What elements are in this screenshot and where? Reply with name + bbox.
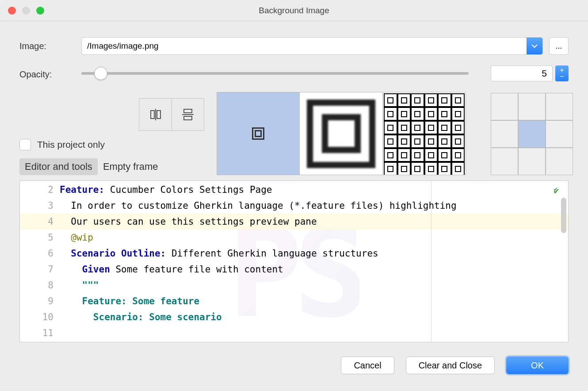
image-input-group: ... bbox=[81, 37, 569, 55]
clear-and-close-button[interactable]: Clear and Close bbox=[406, 356, 495, 374]
gutter: 234567891011 bbox=[20, 181, 58, 342]
image-label: Image: bbox=[19, 41, 81, 51]
image-path-input[interactable] bbox=[82, 38, 527, 54]
flip-vertical-button[interactable] bbox=[172, 98, 204, 131]
anchor-cell-5[interactable] bbox=[546, 120, 573, 148]
flip-horizontal-icon bbox=[149, 108, 162, 121]
window-controls bbox=[8, 7, 44, 15]
preview-editor: PS 234567891011 Feature: Cucumber Colors… bbox=[19, 180, 569, 342]
anchor-cell-3[interactable] bbox=[491, 120, 518, 148]
opacity-label: Opacity: bbox=[19, 68, 81, 80]
slider-thumb[interactable] bbox=[94, 67, 107, 80]
code-body: Feature: Cucumber Colors Settings Page I… bbox=[60, 181, 550, 325]
project-only-row: This project only bbox=[19, 139, 204, 150]
image-row: Image: ... bbox=[19, 37, 569, 55]
svg-rect-1 bbox=[157, 111, 160, 119]
area-tabs: Editor and tools Empty frame bbox=[19, 158, 204, 175]
opacity-value-input[interactable] bbox=[491, 65, 553, 81]
dialog-content: Image: ... Opacity: bbox=[0, 21, 588, 344]
tab-editor-and-tools[interactable]: Editor and tools bbox=[19, 158, 98, 175]
svg-rect-4 bbox=[184, 116, 192, 120]
image-dropdown-button[interactable] bbox=[527, 38, 542, 54]
anchor-cell-6[interactable] bbox=[491, 148, 518, 175]
scale-preview-icon bbox=[307, 100, 375, 168]
svg-rect-3 bbox=[184, 109, 192, 113]
maximize-window-button[interactable] bbox=[36, 7, 44, 15]
anchor-cell-7[interactable] bbox=[518, 148, 546, 175]
inspection-ok-icon: ✔✔ bbox=[554, 185, 563, 196]
opacity-row: Opacity: + − bbox=[19, 65, 569, 81]
fill-mode-tile[interactable] bbox=[383, 92, 466, 175]
chevron-down-icon bbox=[531, 44, 538, 48]
slider-track bbox=[81, 72, 469, 75]
options-row: This project only Editor and tools Empty… bbox=[19, 92, 569, 175]
close-window-button[interactable] bbox=[8, 7, 16, 15]
svg-rect-0 bbox=[151, 111, 154, 119]
anchor-grid bbox=[491, 93, 573, 175]
anchor-cell-1[interactable] bbox=[518, 93, 546, 120]
tab-empty-frame[interactable]: Empty frame bbox=[98, 158, 164, 175]
ok-button[interactable]: OK bbox=[506, 356, 569, 374]
opacity-slider[interactable] bbox=[81, 72, 491, 75]
window-title: Background Image bbox=[259, 6, 329, 15]
opacity-value-group: + − bbox=[491, 65, 569, 81]
tile-preview-icon bbox=[384, 93, 465, 175]
flip-buttons bbox=[139, 98, 204, 131]
dialog-window: Background Image Image: ... Opacity: bbox=[0, 0, 588, 391]
flip-horizontal-button[interactable] bbox=[139, 98, 172, 131]
image-path-combo[interactable] bbox=[81, 37, 543, 55]
project-only-label: This project only bbox=[37, 139, 105, 150]
minus-icon: − bbox=[560, 73, 564, 80]
title-bar: Background Image bbox=[0, 0, 588, 21]
minimize-window-button[interactable] bbox=[22, 7, 30, 15]
button-bar: Cancel Clear and Close OK bbox=[0, 344, 588, 391]
flip-vertical-icon bbox=[181, 108, 195, 121]
fill-mode-plain[interactable] bbox=[217, 92, 300, 175]
anchor-cell-4[interactable] bbox=[518, 120, 546, 148]
fill-mode-group bbox=[217, 92, 466, 175]
anchor-cell-8[interactable] bbox=[546, 148, 573, 175]
scrollbar-thumb[interactable] bbox=[561, 198, 566, 233]
anchor-cell-0[interactable] bbox=[491, 93, 518, 120]
left-options: This project only Editor and tools Empty… bbox=[19, 98, 204, 175]
project-only-checkbox[interactable] bbox=[19, 139, 31, 150]
anchor-cell-2[interactable] bbox=[546, 93, 573, 120]
opacity-stepper[interactable]: + − bbox=[555, 65, 569, 81]
browse-button[interactable]: ... bbox=[549, 37, 569, 55]
plain-preview-icon bbox=[252, 127, 264, 140]
cancel-button[interactable]: Cancel bbox=[341, 356, 394, 374]
fill-mode-scale[interactable] bbox=[300, 92, 383, 175]
